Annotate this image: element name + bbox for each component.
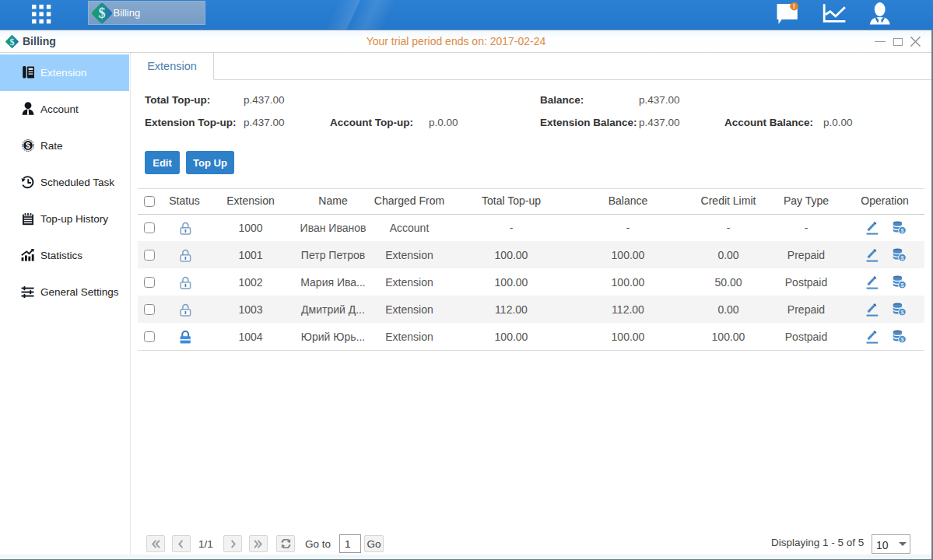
- svg-text:!: !: [793, 2, 795, 10]
- svg-text:$: $: [99, 5, 106, 21]
- svg-text:$: $: [26, 141, 30, 150]
